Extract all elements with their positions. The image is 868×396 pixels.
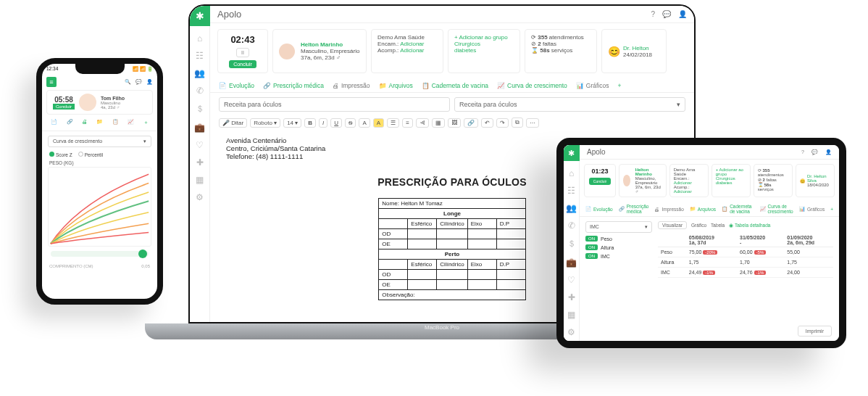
tablet-tab-evolucao[interactable]: 📄 Evolução [585,204,613,214]
numlist-icon[interactable]: ≡ [402,118,413,128]
doc-template-select[interactable]: Receita para óculos▾ [454,97,685,112]
chat-icon[interactable]: 💬 [811,149,818,155]
help-icon[interactable]: ? [651,10,655,18]
strike-button[interactable]: S [345,118,356,128]
heart-icon[interactable]: ♡ [567,275,575,285]
doc-title-input[interactable]: Receita para óculos [219,97,450,112]
copy-icon[interactable]: ⧉ [512,117,523,128]
highlight-button[interactable]: A [373,118,384,128]
tab-icon-3[interactable]: 🖨 [82,119,87,126]
tab-icon-1[interactable]: 📄 [51,119,57,126]
tablet-add-group[interactable]: + Adicionar ao grupo [716,168,746,176]
user-avatar-icon[interactable]: 👤 [825,149,832,155]
align-icon[interactable]: ⫷ [416,118,429,128]
app-logo-icon[interactable]: ✱ [564,145,580,161]
grid-icon[interactable]: ▦ [196,175,204,185]
table-icon[interactable]: ▦ [432,118,445,128]
undo-icon[interactable]: ↶ [481,118,493,128]
tablet-patient-name[interactable]: Helton Marinho [635,168,662,176]
help-icon[interactable]: ? [801,149,804,154]
tab-icon-6[interactable]: 📈 [128,119,134,126]
tablet-concluir-button[interactable]: Concluir [589,178,611,185]
bullet-icon[interactable]: ☰ [387,118,399,128]
home-icon[interactable]: ⌂ [569,168,574,178]
bold-button[interactable]: B [304,118,316,128]
tab-impressao[interactable]: 🖨 Impressão [333,82,370,89]
tag-altura[interactable]: ONAltura [585,244,652,250]
phone-slider[interactable] [51,251,149,257]
tablet-tab-curva[interactable]: 📈 Curva de crescimento [760,204,793,214]
encam-add-link[interactable]: Adicionar [400,41,424,47]
add-group-link[interactable]: + Adicionar ao grupo [454,34,514,41]
hamburger-icon[interactable]: ≡ [46,77,57,87]
link-icon[interactable]: 🔗 [464,118,478,128]
imprimir-button[interactable]: Imprimir [798,326,832,337]
concluir-button[interactable]: Concluir [229,60,256,68]
chat-icon[interactable]: 💬 [662,10,671,18]
user-avatar-icon[interactable]: 👤 [678,10,687,18]
image-icon[interactable]: 🖼 [448,118,461,128]
radio-percentil[interactable]: Percentil [78,152,103,157]
users-icon[interactable]: 👥 [194,68,205,78]
visualizar-button[interactable]: Visualizar [658,221,687,229]
avatar-icon[interactable]: 👤 [146,79,153,85]
gear-icon[interactable]: ⚙ [196,192,204,202]
pause-button[interactable]: II [236,48,249,57]
phone-icon[interactable]: ✆ [196,86,204,96]
radio-scorez[interactable]: Score Z [49,152,72,157]
health-icon[interactable]: ✚ [196,157,204,168]
search-icon[interactable]: 🔍 [125,79,131,85]
app-logo-icon[interactable]: ✱ [190,6,210,26]
calendar-icon[interactable]: ☷ [196,51,204,61]
gear-icon[interactable]: ⚙ [567,327,575,337]
phone-icon[interactable]: ✆ [568,220,575,231]
tab-caderneta[interactable]: 📋 Caderneta de vacina [422,82,488,89]
tablet-tab-add[interactable]: + [830,204,833,214]
tablet-tab-impressao[interactable]: 🖨 Impressão [654,204,683,214]
tab-icon-4[interactable]: 📁 [96,119,103,126]
view-detalhada[interactable]: ◉ Tabela detalhada [729,223,770,228]
chat-icon[interactable]: 💬 [135,79,142,85]
tab-arquivos[interactable]: 📁 Arquivos [379,82,413,89]
dollar-icon[interactable]: ＄ [196,103,204,115]
redo-icon[interactable]: ↷ [496,118,509,128]
tab-icon-2[interactable]: 🔗 [67,119,73,126]
tab-icon-7[interactable]: ＋ [143,119,149,126]
phone-chart-select[interactable]: Curva de crescimento▾ [48,136,151,147]
grid-icon[interactable]: ▦ [567,310,575,320]
tab-curva[interactable]: 📈 Curva de crescimento [497,82,567,89]
heart-icon[interactable]: ♡ [196,140,204,150]
group-tag-1[interactable]: Cirurgicos [454,41,514,47]
home-icon[interactable]: ⌂ [197,33,202,44]
font-select[interactable]: Roboto ▾ [250,118,280,128]
tablet-tab-caderneta[interactable]: 📋 Caderneta de vacina [722,204,754,214]
more-icon[interactable]: ⋯ [526,118,539,128]
tag-peso[interactable]: ONPeso [585,236,652,242]
tablet-tab-graficos[interactable]: 📊 Gráficos [799,204,825,214]
tablet-metric-select[interactable]: IMC▾ [585,221,652,233]
italic-button[interactable]: I [319,118,327,128]
acomp-add-link[interactable]: Adicionar [400,47,424,54]
group-tag-2[interactable]: diabetes [454,47,514,54]
textcolor-button[interactable]: A [359,118,370,128]
patient-name[interactable]: Helton Marinho [301,41,359,48]
phone-concluir-button[interactable]: Concluir [53,104,75,110]
tab-graficos[interactable]: 📊 Gráficos [576,82,609,89]
tab-add[interactable]: + [617,82,621,89]
users-icon[interactable]: 👥 [566,203,577,213]
calendar-icon[interactable]: ☷ [567,186,575,196]
tab-evolucao[interactable]: 📄 Evolução [219,82,254,89]
view-tabela[interactable]: Tabela [711,223,725,228]
ditar-button[interactable]: 🎤 Ditar [219,118,247,128]
tablet-tab-prescricao[interactable]: 🔗 Prescrição médica [619,204,649,214]
underline-button[interactable]: U [330,118,342,128]
tag-imc[interactable]: ONIMC [585,253,652,259]
tab-icon-5[interactable]: 📋 [112,119,119,126]
briefcase-icon[interactable]: 💼 [566,257,577,268]
health-icon[interactable]: ✚ [568,292,575,302]
tab-prescricao[interactable]: 🔗 Prescrição médica [263,82,324,89]
tablet-tab-arquivos[interactable]: 📁 Arquivos [690,204,716,214]
dollar-icon[interactable]: ＄ [567,238,576,250]
briefcase-icon[interactable]: 💼 [194,123,205,133]
view-grafico[interactable]: Gráfico [691,223,706,228]
